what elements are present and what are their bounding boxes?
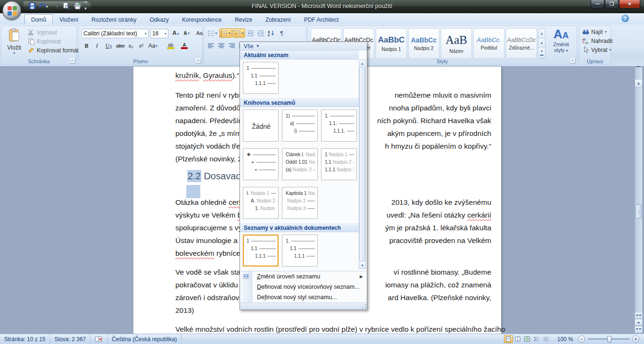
view-button-draft[interactable]	[542, 335, 551, 343]
list-style-tile[interactable]: ❖➢▪	[243, 148, 279, 180]
scroll-up-arrow[interactable]: ▲	[635, 80, 642, 87]
list-style-tile[interactable]: I.Nadpis 1A.Nadpis 2·1.Nadpis	[243, 187, 279, 219]
browse-object-button[interactable]: ●	[635, 319, 643, 326]
highlight-button[interactable]: ab	[164, 41, 177, 50]
style-zd-razn-[interactable]: AaBbCcDcZdůrazně...	[506, 28, 537, 59]
align-left-button[interactable]	[206, 41, 216, 50]
text-run: uvedl: „Na řešení otázky	[387, 211, 467, 219]
underline-button[interactable]: U▾	[102, 41, 115, 50]
tab-pdf-architect[interactable]: PDF Architect	[297, 14, 345, 25]
cut-button[interactable]: Vyjmout	[26, 28, 81, 37]
list-style-tile[interactable]: 1)a)i)	[282, 109, 318, 142]
list-style-tile[interactable]: 11.11.1.1	[243, 235, 279, 267]
bold-button[interactable]: B	[82, 41, 91, 50]
select-button[interactable]: Vybrat▾	[580, 45, 614, 54]
zoom-slider-handle[interactable]	[607, 336, 611, 343]
find-button[interactable]: Najít▾	[580, 27, 614, 36]
next-page-button[interactable]: ⏷⏷	[635, 326, 643, 333]
tab-rozlo-en-str-nky[interactable]: Rozložení stránky	[85, 14, 143, 25]
style-podtitul[interactable]: AaBbCc.Podtitul	[473, 28, 504, 59]
bullets-button[interactable]: ▾	[206, 28, 219, 38]
style-nadpis-1[interactable]: AaBbCNadpis 1	[376, 28, 407, 59]
dropdown-resize-grip[interactable]	[240, 302, 367, 310]
scroll-down-arrow[interactable]: ▼	[359, 262, 365, 268]
scroll-up-arrow[interactable]: ▲	[359, 60, 365, 67]
shrink-font-button[interactable]: A▼	[182, 28, 192, 38]
page-indicator[interactable]: Stránka: 10 z 15	[0, 334, 50, 344]
align-right-button[interactable]	[227, 41, 237, 50]
superscript-button[interactable]: x²	[136, 41, 146, 50]
clipboard-dialog-launcher[interactable]: ⌐	[70, 58, 75, 64]
zoom-level[interactable]: 100 %	[557, 336, 573, 343]
copy-button[interactable]: Kopírovat	[26, 37, 81, 46]
zoom-out-button[interactable]: –	[578, 336, 585, 343]
list-style-tile[interactable]: 11.11.1.1	[243, 62, 279, 94]
align-center-button[interactable]	[216, 41, 226, 50]
increase-indent-button[interactable]	[256, 28, 266, 38]
gallery-more-icon[interactable]: ▼▬	[538, 48, 545, 58]
paste-button[interactable]: Vložit ▾	[4, 27, 25, 58]
show-marks-button[interactable]: ¶	[277, 28, 287, 38]
tab-odkazy[interactable]: Odkazy	[143, 14, 175, 25]
view-button-full-screen-reading[interactable]	[513, 335, 522, 343]
tab-revize[interactable]: Revize	[228, 14, 259, 25]
font-dialog-launcher[interactable]: ⌐	[196, 58, 201, 64]
menu-item-definovat-nov-v-ce-rov-ov-sezn[interactable]: Definovat nový víceúrovňový seznam...	[240, 282, 367, 292]
change-case-button[interactable]: Aa▾	[147, 41, 159, 50]
scrollbar-thumb[interactable]	[359, 67, 365, 261]
restore-icon: ❐	[610, 1, 614, 7]
list-style-tile[interactable]: 1.1.11.1.1	[282, 235, 318, 267]
strikethrough-button[interactable]: abe	[116, 41, 125, 50]
numbering-button[interactable]: 123▾	[219, 28, 232, 38]
menu-item-zm-nit-rove-seznamu[interactable]: Změnit úroveň seznamu▶	[240, 271, 367, 282]
decrease-indent-button[interactable]	[246, 28, 256, 38]
list-style-tile[interactable]: Kapitola 1NacNadpis 2Nadpis 3	[282, 187, 318, 219]
view-button-print-layout[interactable]	[504, 335, 513, 343]
italic-button[interactable]: I	[92, 41, 102, 50]
style-n-zev[interactable]: AaBNázev	[441, 28, 472, 59]
office-button[interactable]	[2, 1, 21, 20]
view-button-outline[interactable]	[532, 335, 541, 343]
scroll-down-icon[interactable]: ▼	[538, 39, 545, 49]
font-size-combo[interactable]: 16▾	[150, 29, 168, 38]
tab-vlo-en-[interactable]: Vložení	[53, 14, 85, 25]
tab-dom-[interactable]: Domů	[25, 14, 53, 25]
office-logo	[8, 11, 12, 16]
list-style-tile[interactable]: Článek I.NadpOddíl 1.01Na:(a)Nadpis 3	[282, 148, 318, 180]
scrollbar-thumb[interactable]: ≡	[636, 204, 642, 218]
replace-button[interactable]: abac Nahradit	[580, 36, 614, 45]
dropdown-filter[interactable]: Vše ▼	[240, 42, 367, 50]
tab-korespondence[interactable]: Korespondence	[175, 14, 228, 25]
list-style-tile[interactable]: 1Nadpis 11.1Nadpis 21.1.1Nadpis 3:	[321, 148, 357, 180]
style-nadpis-2[interactable]: AaBbCcNadpis 2	[408, 28, 439, 59]
restore-button[interactable]: ❐	[605, 0, 619, 8]
zoom-in-button[interactable]: +	[632, 336, 639, 343]
sort-button[interactable]: AZ	[266, 28, 276, 38]
menu-item-finovat-nov-styl-seznamu-[interactable]: Definovat nový styl seznamu...	[240, 292, 367, 302]
list-style-tile[interactable]: 1.1.1.1.1.1.	[321, 109, 357, 142]
scroll-up-icon[interactable]: ▲	[538, 29, 545, 39]
subscript-button[interactable]: x₂	[126, 41, 136, 50]
minimize-button[interactable]: —	[591, 0, 604, 8]
tile-gray-label: Nadpis 3	[287, 206, 305, 211]
view-button-web-layout[interactable]	[523, 335, 532, 343]
dropdown-scrollbar[interactable]: ▲ ▼	[359, 59, 366, 269]
font-name-combo[interactable]: Calibri (Základní text)▾	[82, 29, 149, 38]
font-color-button[interactable]: A	[178, 41, 191, 50]
tab-zobrazen-[interactable]: Zobrazení	[259, 14, 297, 25]
change-styles-button[interactable]: AA Změnit styly ▾	[547, 28, 575, 59]
tile-rule	[253, 154, 276, 155]
close-button[interactable]: ✕	[619, 0, 640, 8]
previous-page-button[interactable]: ⏶⏶	[635, 312, 643, 319]
list-style-tile[interactable]: Žádné	[243, 109, 279, 142]
grow-font-button[interactable]: A▲	[171, 28, 181, 38]
format-painter-button[interactable]: Kopírovat formát	[26, 46, 81, 55]
styles-dialog-launcher[interactable]: ⌐	[570, 58, 576, 64]
zoom-slider-track[interactable]	[588, 338, 629, 340]
multilevel-list-button[interactable]: 1ai▾	[232, 28, 245, 38]
word-count[interactable]: Slova: 2 367	[50, 334, 91, 344]
vertical-scrollbar[interactable]: ▲ ≡ ▼	[635, 67, 643, 334]
proofing-status[interactable]	[91, 334, 107, 344]
help-button[interactable]: ?	[621, 15, 629, 22]
language-indicator[interactable]: Čeština (Česká republika)	[107, 334, 182, 344]
